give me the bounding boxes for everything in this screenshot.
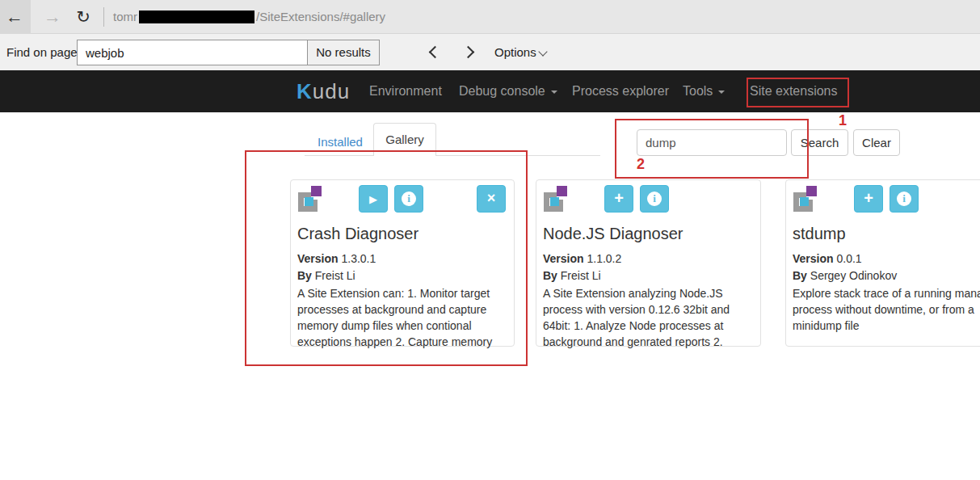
version-label: Version: [543, 252, 584, 265]
icon-blue-square: [800, 197, 809, 206]
version-label: Version: [793, 252, 834, 265]
nav-item-site-extensions[interactable]: Site extensions: [750, 70, 838, 112]
install-button[interactable]: +: [854, 185, 883, 213]
description-line: exceptions happen 2. Capture memory: [297, 334, 507, 350]
description-line: background and genrated reports 2.: [543, 334, 754, 350]
nav-item-label: Debug console: [459, 84, 545, 98]
chevron-down-icon[interactable]: [538, 47, 547, 56]
refresh-icon[interactable]: ↻: [72, 0, 95, 34]
description-line: process with version 0.12.6 32bit and: [543, 301, 754, 318]
description-line: Explore stack trace of a running mana: [793, 285, 980, 301]
author-line: By Freist Li: [297, 267, 507, 284]
version-value: 1.3.0.1: [341, 252, 376, 265]
close-icon: ×: [487, 191, 496, 207]
extension-description: A Site Extension analyzing Node.JS proce…: [543, 285, 754, 350]
install-button[interactable]: +: [604, 185, 633, 213]
nav-item-label: Site extensions: [750, 84, 838, 98]
by-label: By: [297, 269, 312, 282]
back-icon[interactable]: ←: [3, 0, 26, 34]
description-line: process without downtime, or from a: [793, 301, 980, 318]
version-line: Version 1.3.0.1: [297, 251, 507, 267]
chevron-right-icon[interactable]: [462, 46, 475, 59]
kudu-logo[interactable]: Kudu: [297, 70, 350, 112]
launch-button[interactable]: ▶: [359, 185, 388, 213]
description-line: A Site Extension can: 1. Monitor target: [297, 285, 507, 301]
clear-button[interactable]: Clear: [853, 129, 900, 156]
description-line: memory dump files when contional: [297, 318, 507, 334]
address-divider: [103, 7, 104, 27]
version-value: 1.1.0.2: [587, 252, 621, 265]
find-on-page-label: Find on page: [6, 34, 78, 70]
url-suffix: /SiteExtensions/#gallery: [256, 10, 385, 23]
kudu-logo-rest: udu: [313, 79, 350, 103]
extension-card-nodejs-diagnoser: + i Node.JS Diagnoser Version 1.1.0.2 By…: [536, 179, 761, 347]
extension-card-stdump: + i stdump Version 0.0.1 By Sergey Odino…: [785, 179, 980, 347]
info-icon: i: [402, 192, 416, 206]
info-icon: i: [647, 192, 662, 206]
address-bar[interactable]: tomr/SiteExtensions/#gallery: [113, 0, 385, 34]
author-line: By Sergey Odinokov: [793, 267, 980, 284]
extension-search-input[interactable]: [637, 129, 787, 156]
nav-item-label: Tools: [683, 84, 713, 98]
extension-title: stdump: [793, 225, 980, 243]
version-line: Version 0.0.1: [793, 251, 980, 267]
find-on-page-bar: Find on page No results Options: [0, 34, 980, 70]
info-button[interactable]: i: [394, 185, 423, 213]
nav-item-debug-console[interactable]: Debug console: [459, 70, 557, 112]
kudu-logo-k: K: [297, 79, 313, 103]
remove-button[interactable]: ×: [477, 185, 506, 213]
find-options-button[interactable]: Options: [494, 34, 536, 70]
tab-gallery[interactable]: Gallery: [373, 123, 436, 156]
description-line: 64bit: 1. Analyze Node processes at: [543, 318, 754, 334]
by-label: By: [543, 269, 557, 282]
icon-purple-square: [557, 186, 567, 196]
icon-purple-square: [311, 186, 322, 196]
by-label: By: [793, 269, 807, 282]
author-value: Sergey Odinokov: [810, 269, 897, 282]
description-line: A Site Extension analyzing Node.JS: [543, 285, 754, 301]
tab-installed[interactable]: Installed: [311, 128, 369, 156]
extension-description: Explore stack trace of a running mana pr…: [793, 285, 980, 334]
plus-icon: +: [864, 190, 873, 208]
url-redaction-bar: [139, 11, 254, 23]
extension-title: Node.JS Diagnoser: [543, 225, 754, 243]
card-header: ▶ i ×: [297, 185, 507, 214]
extension-title: Crash Diagnoser: [297, 225, 507, 243]
author-value: Freist Li: [561, 269, 601, 282]
nav-item-label: Process explorer: [572, 84, 669, 98]
version-line: Version 1.1.0.2: [543, 251, 754, 267]
kudu-navbar: Kudu Environment Debug console Process e…: [0, 70, 980, 112]
version-value: 0.0.1: [836, 252, 861, 265]
card-header: + i: [793, 185, 980, 214]
info-button[interactable]: i: [640, 185, 669, 213]
version-label: Version: [297, 252, 339, 265]
card-header: + i: [543, 185, 754, 214]
caret-down-icon: [718, 91, 725, 94]
extension-meta: Version 0.0.1 By Sergey Odinokov: [793, 251, 980, 284]
description-line: minidump file: [793, 318, 980, 334]
play-icon: ▶: [369, 193, 377, 205]
forward-icon[interactable]: →: [41, 0, 64, 34]
info-button[interactable]: i: [890, 185, 919, 213]
caret-down-icon: [551, 91, 557, 94]
icon-purple-square: [806, 186, 817, 196]
site-extension-icon: [543, 185, 570, 213]
search-button[interactable]: Search: [791, 129, 848, 156]
nav-item-process-explorer[interactable]: Process explorer: [572, 70, 669, 112]
find-results-status: No results: [307, 40, 380, 65]
description-line: processes at background and capture: [297, 301, 507, 318]
site-extension-icon: [793, 185, 820, 213]
nav-item-tools[interactable]: Tools: [683, 70, 725, 112]
author-value: Freist Li: [315, 269, 355, 282]
chevron-left-icon[interactable]: [429, 46, 442, 59]
nav-item-environment[interactable]: Environment: [369, 70, 442, 112]
find-input[interactable]: [77, 40, 307, 65]
annotation-number-2: 2: [637, 156, 645, 173]
extension-meta: Version 1.1.0.2 By Freist Li: [543, 251, 754, 284]
site-extension-icon: [297, 185, 325, 213]
info-icon: i: [897, 192, 911, 206]
extension-card-crash-diagnoser: ▶ i × Crash Diagnoser Version 1.3.0.1 By…: [290, 179, 515, 347]
plus-icon: +: [614, 190, 624, 208]
nav-item-label: Environment: [369, 84, 442, 98]
url-prefix: tomr: [113, 10, 137, 23]
